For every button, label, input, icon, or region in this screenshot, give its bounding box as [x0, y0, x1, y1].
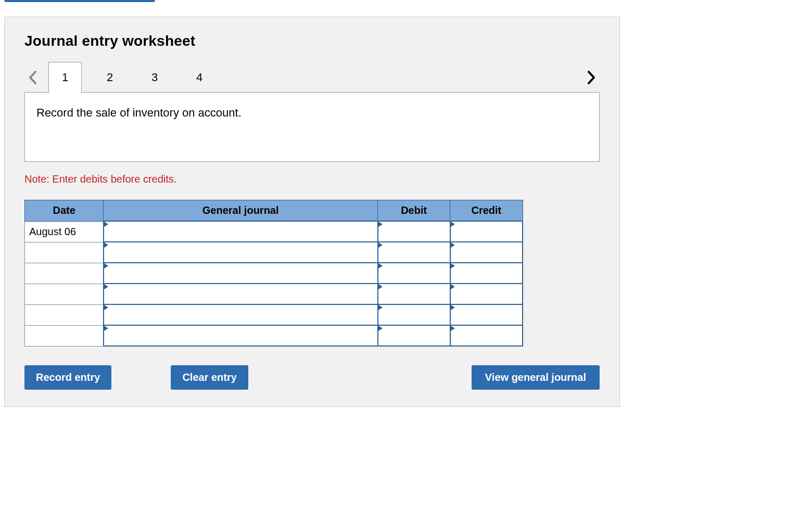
table-row: [25, 284, 523, 304]
cell-journal[interactable]: [104, 221, 378, 242]
tab-1[interactable]: 1: [48, 62, 82, 93]
cell-journal[interactable]: [104, 304, 378, 325]
cell-credit[interactable]: [450, 263, 523, 284]
tab-3[interactable]: 3: [138, 62, 171, 93]
cell-date[interactable]: August 06: [25, 221, 104, 242]
cell-credit[interactable]: [450, 221, 523, 242]
tab-nav-row: 1 2 3 4: [24, 62, 600, 93]
buttons-row: Record entry Clear entry View general jo…: [24, 365, 600, 390]
cell-debit[interactable]: [378, 304, 450, 325]
view-general-journal-button[interactable]: View general journal: [472, 365, 600, 390]
cell-debit[interactable]: [378, 242, 450, 263]
table-header-row: Date General journal Debit Credit: [25, 200, 523, 222]
col-header-credit: Credit: [450, 200, 523, 222]
cell-date[interactable]: [25, 242, 104, 263]
journal-entry-panel: Journal entry worksheet 1 2 3 4 Record t…: [4, 17, 620, 407]
col-header-debit: Debit: [378, 200, 450, 222]
cell-credit[interactable]: [450, 304, 523, 325]
page-title: Journal entry worksheet: [24, 33, 600, 49]
table-row: [25, 242, 523, 263]
col-header-date: Date: [25, 200, 104, 222]
tab-label: 1: [62, 71, 68, 84]
cell-debit[interactable]: [378, 263, 450, 284]
table-row: [25, 263, 523, 284]
tab-2[interactable]: 2: [93, 62, 126, 93]
tab-4[interactable]: 4: [183, 62, 216, 93]
table-row: [25, 304, 523, 325]
tab-label: 3: [151, 71, 158, 84]
cell-date[interactable]: [25, 325, 104, 346]
cell-journal[interactable]: [104, 263, 378, 284]
cell-date[interactable]: [25, 284, 104, 304]
clear-entry-button[interactable]: Clear entry: [171, 365, 248, 390]
next-arrow-icon[interactable]: [583, 65, 600, 90]
tab-label: 2: [107, 71, 113, 84]
cell-date[interactable]: [25, 263, 104, 284]
instruction-box: Record the sale of inventory on account.: [24, 92, 600, 162]
cell-journal[interactable]: [104, 284, 378, 304]
col-header-journal: General journal: [104, 200, 378, 222]
top-bar-stub: [4, 0, 155, 2]
cell-debit[interactable]: [378, 325, 450, 346]
record-entry-button[interactable]: Record entry: [24, 365, 111, 390]
cell-debit[interactable]: [378, 221, 450, 242]
cell-credit[interactable]: [450, 325, 523, 346]
tab-label: 4: [196, 71, 202, 84]
journal-entry-table: Date General journal Debit Credit August…: [24, 200, 523, 347]
table-row: August 06: [25, 221, 523, 242]
table-row: [25, 325, 523, 346]
tabs: 1 2 3 4: [48, 62, 216, 93]
instruction-text: Record the sale of inventory on account.: [36, 106, 242, 119]
prev-arrow-icon[interactable]: [24, 65, 41, 90]
cell-date[interactable]: [25, 304, 104, 325]
cell-journal[interactable]: [104, 325, 378, 346]
cell-credit[interactable]: [450, 242, 523, 263]
cell-credit[interactable]: [450, 284, 523, 304]
cell-debit[interactable]: [378, 284, 450, 304]
cell-journal[interactable]: [104, 242, 378, 263]
note-text: Note: Enter debits before credits.: [24, 173, 600, 185]
